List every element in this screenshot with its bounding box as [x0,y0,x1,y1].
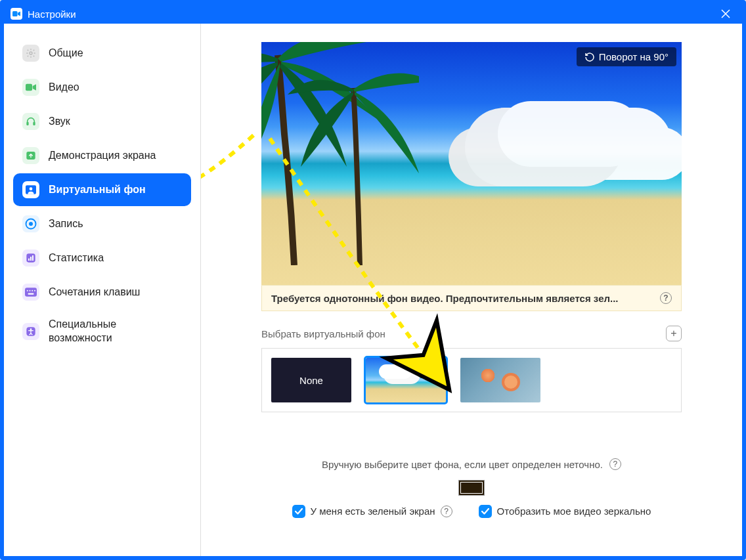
sidebar-item-virtual-bg[interactable]: Виртуальный фон [13,173,191,206]
sidebar-item-label: Общие [49,47,83,59]
svg-rect-12 [30,257,32,261]
bg-thumb-flowers[interactable] [460,358,540,402]
notice-text: Требуется однотонный фон видео. Предпочт… [271,293,619,304]
sidebar-item-general[interactable]: Общие [13,37,191,70]
notice-bar: Требуется однотонный фон видео. Предпочт… [261,285,682,311]
sidebar-item-shortcuts[interactable]: Сочетания клавиш [13,276,191,309]
svg-rect-3 [26,122,28,125]
title-bar: Настройки [4,4,742,24]
checkboxes-row: У меня есть зеленый экран ? Отобразить м… [261,505,682,518]
help-icon[interactable]: ? [609,458,621,470]
svg-rect-13 [32,255,33,261]
svg-point-9 [29,222,33,226]
background-thumbnails: None [261,348,682,412]
mirror-checkbox[interactable]: Отобразить мое видео зеркально [479,505,651,518]
help-icon[interactable]: ? [441,506,452,517]
green-screen-checkbox[interactable]: У меня есть зеленый экран ? [292,505,452,518]
svg-rect-4 [33,122,35,125]
svg-point-18 [34,290,35,291]
svg-rect-11 [28,259,30,261]
record-icon [22,215,39,232]
keyboard-icon [22,284,39,301]
color-hint-label: Вручную выберите цвет фона, если цвет оп… [322,459,603,470]
sidebar-item-label: Запись [49,218,83,230]
svg-point-1 [30,52,32,54]
sidebar-item-share[interactable]: Демонстрация экрана [13,139,191,172]
rotate-label: Поворот на 90° [599,51,669,62]
headphones-icon [22,113,39,130]
close-button[interactable] [716,4,735,24]
body: Общие Видео Звук Демонстрация экрана [4,24,742,556]
sidebar-item-video[interactable]: Видео [13,71,191,104]
stats-icon [22,249,39,267]
sidebar-item-label: Виртуальный фон [49,184,146,196]
bg-thumb-none-label: None [299,375,323,386]
bg-thumb-beach[interactable] [366,358,446,402]
video-icon [22,79,39,96]
choose-bg-label: Выбрать виртуальный фон [261,328,385,339]
sidebar-item-label: Статистика [49,252,104,264]
main-panel: Поворот на 90° Требуется однотонный фон … [201,24,742,556]
svg-rect-14 [25,288,37,297]
sidebar-item-stats[interactable]: Статистика [13,242,191,274]
color-swatch[interactable] [458,480,485,496]
gear-icon [22,45,39,62]
svg-point-21 [30,328,32,330]
rotate-icon [584,52,595,62]
sidebar-item-label: Демонстрация экрана [49,150,156,162]
svg-rect-0 [12,11,18,16]
checkbox-checked-icon [479,505,492,518]
video-preview: Поворот на 90° [261,42,682,285]
color-swatch-inner [460,482,483,494]
sidebar-item-label: Видео [49,81,79,93]
virtual-bg-icon [22,181,39,198]
settings-window: Настройки Общие Видео Звук [0,0,746,560]
choose-bg-header: Выбрать виртуальный фон + [261,326,682,341]
mirror-label: Отобразить мое видео зеркально [497,506,651,517]
svg-rect-19 [28,293,34,295]
app-icon [11,8,22,20]
checkbox-checked-icon [292,505,305,518]
svg-point-7 [30,187,33,190]
svg-point-17 [32,290,33,291]
green-screen-label: У меня есть зеленый экран [311,506,435,517]
sidebar: Общие Видео Звук Демонстрация экрана [4,24,201,556]
add-background-button[interactable]: + [666,326,682,341]
svg-rect-2 [26,84,32,91]
sidebar-item-label: Сочетания клавиш [49,286,140,298]
palm-graphic [261,42,419,265]
svg-point-16 [30,290,31,291]
bg-thumb-none[interactable]: None [271,358,351,402]
svg-point-15 [27,290,28,291]
color-hint-row: Вручную выберите цвет фона, если цвет оп… [322,458,621,470]
help-icon[interactable]: ? [660,292,672,304]
cloud-graphic [498,101,642,167]
sidebar-item-label: Специальные возможности [49,318,182,345]
sidebar-item-audio[interactable]: Звук [13,105,191,138]
accessibility-icon [22,323,39,340]
sidebar-item-accessibility[interactable]: Специальные возможности [13,310,191,353]
rotate-button[interactable]: Поворот на 90° [577,47,676,66]
sidebar-item-label: Звук [49,116,70,127]
window-title: Настройки [28,9,76,20]
sidebar-item-record[interactable]: Запись [13,207,191,240]
share-screen-icon [22,147,39,164]
color-section: Вручную выберите цвет фона, если цвет оп… [261,458,682,518]
